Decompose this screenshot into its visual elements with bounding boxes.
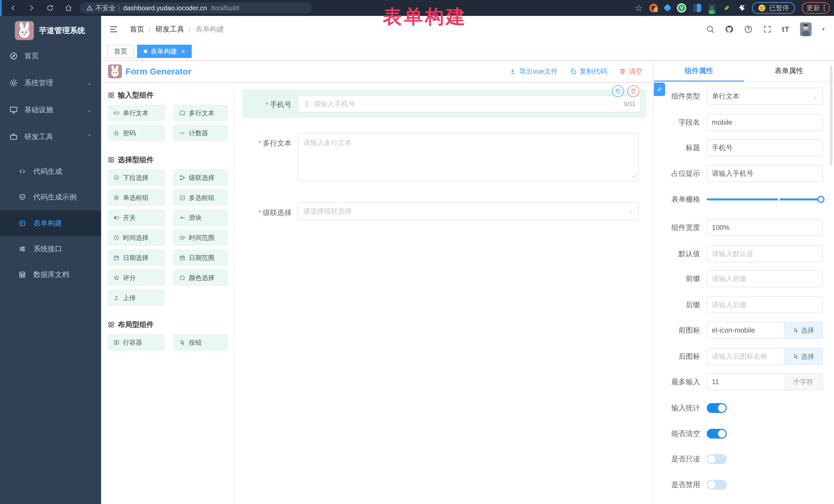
- browser-back-icon[interactable]: [9, 4, 18, 12]
- component-chip-select[interactable]: 下拉选择: [108, 169, 165, 186]
- component-chip-date-range[interactable]: 日期范围: [174, 249, 228, 266]
- tab-form-props[interactable]: 表单属性: [744, 61, 834, 81]
- browser-home-icon[interactable]: [64, 4, 73, 12]
- component-chip-button[interactable]: 按钮: [174, 334, 228, 351]
- form-grid-slider[interactable]: [707, 198, 823, 200]
- profile-paused-chip[interactable]: 已暂停: [752, 2, 795, 14]
- browser-update-button[interactable]: 更新: [802, 2, 830, 14]
- sidebar-subitem-form-builder[interactable]: 表单构建: [0, 211, 101, 236]
- max-length-unit: 个字符: [784, 373, 823, 390]
- canvas-field-mobile[interactable]: *手机号 请输入手机号 0/11: [242, 89, 646, 118]
- component-chip-switch[interactable]: 开关: [108, 210, 165, 226]
- suffix-icon-input[interactable]: 请输入后图标名称: [707, 348, 784, 365]
- width-input[interactable]: 100%: [707, 219, 823, 236]
- clear-button[interactable]: 清空: [619, 67, 642, 76]
- component-chip-password[interactable]: 密码: [108, 125, 165, 141]
- sidebar-item-system[interactable]: 系统管理 ⌄: [0, 70, 101, 96]
- component-chip-date-picker[interactable]: 日期选择: [108, 249, 165, 266]
- extension-v-icon[interactable]: V: [677, 3, 686, 13]
- tab-component-props[interactable]: 组件属性: [654, 61, 744, 81]
- toggle-word-limit[interactable]: [707, 403, 727, 413]
- fullscreen-icon[interactable]: [763, 25, 772, 34]
- extension-split-icon[interactable]: [693, 4, 701, 12]
- sidebar-item-devtools[interactable]: 研发工具 ⌃: [0, 124, 101, 150]
- avatar-caret-icon[interactable]: ▾: [822, 26, 825, 32]
- component-chip-cascader[interactable]: 级联选择: [174, 169, 228, 186]
- component-chip-upload[interactable]: 上传: [108, 289, 165, 306]
- security-chip[interactable]: 不安全: [86, 4, 115, 13]
- component-chip-textarea[interactable]: 多行文本: [174, 105, 228, 121]
- sidebar-subitem-system-api[interactable]: 系统接口: [0, 236, 101, 262]
- component-chip-row-container[interactable]: 行容器: [108, 334, 165, 351]
- prop-row-component-type: 组件类型 单行文本⌄: [654, 88, 823, 105]
- copy-code-button[interactable]: 复制代码: [570, 67, 607, 76]
- browser-menu-icon[interactable]: [824, 5, 825, 11]
- component-chip-color-picker[interactable]: 颜色选择: [174, 269, 228, 286]
- browser-reload-icon[interactable]: [46, 4, 54, 12]
- link-handle[interactable]: [654, 83, 665, 96]
- form-canvas[interactable]: *手机号 请输入手机号 0/11 *多行文本 请输入多行文本 *级联选择 请选择…: [234, 83, 653, 504]
- component-type-select[interactable]: 单行文本⌄: [707, 88, 823, 105]
- suffix-icon-select-button[interactable]: 选择: [784, 348, 823, 365]
- prefix-input[interactable]: 请输入前缀: [707, 270, 823, 287]
- textarea-field[interactable]: 请输入多行文本: [298, 133, 639, 181]
- tab-home[interactable]: 首页: [107, 45, 134, 58]
- cascader-field[interactable]: 请选择级联选择 ⌄: [298, 202, 639, 220]
- component-chip-slider[interactable]: 滑块: [174, 210, 228, 226]
- resize-handle-icon[interactable]: [632, 174, 636, 178]
- security-label: 不安全: [95, 4, 115, 13]
- component-chip-radio-group[interactable]: 单选框组: [108, 190, 165, 206]
- sidebar-item-infra[interactable]: 基础设施 ⌄: [0, 97, 101, 123]
- close-tab-icon[interactable]: ×: [181, 47, 185, 56]
- component-chip-single-text[interactable]: 单行文本: [108, 105, 165, 121]
- toggle-disabled[interactable]: [707, 480, 727, 490]
- placeholder-input[interactable]: 请输入手机号: [707, 165, 823, 182]
- toggle-clearable[interactable]: [707, 429, 727, 439]
- font-size-icon[interactable]: tT: [782, 25, 790, 34]
- component-chip-time-picker[interactable]: 时间选择: [108, 229, 165, 246]
- prefix-icon-select-button[interactable]: 选择: [784, 322, 823, 339]
- generator-logo[interactable]: [108, 64, 122, 78]
- suffix-input[interactable]: 请输入后缀: [707, 297, 823, 313]
- mobile-input[interactable]: 请输入手机号 0/11: [298, 95, 641, 112]
- address-bar[interactable]: 不安全 dashboard.yudao.iocoder.cn/tool/buil…: [80, 2, 312, 14]
- collapse-menu-icon[interactable]: [109, 25, 118, 34]
- slider-handle[interactable]: [817, 196, 825, 203]
- extensions-puzzle-icon[interactable]: [738, 4, 745, 12]
- field-name-input[interactable]: mobile: [707, 114, 823, 131]
- help-icon[interactable]: [744, 25, 753, 34]
- breadcrumb-devtools[interactable]: 研发工具: [155, 24, 184, 34]
- breadcrumb-home[interactable]: 首页: [130, 24, 144, 34]
- export-vue-button[interactable]: 导出vue文件: [509, 67, 558, 76]
- component-chip-rate[interactable]: 评分: [108, 269, 165, 286]
- search-icon[interactable]: [706, 25, 715, 34]
- sidebar-subitem-db-doc[interactable]: 数据库文档: [0, 262, 101, 287]
- component-chip-time-range[interactable]: 时间范围: [174, 229, 228, 246]
- component-chip-checkbox-group[interactable]: 多选框组: [174, 190, 228, 206]
- generator-title[interactable]: Form Generator: [126, 66, 192, 76]
- browser-forward-icon[interactable]: [27, 4, 36, 12]
- delete-field-button[interactable]: [628, 85, 639, 97]
- github-icon[interactable]: [725, 25, 734, 34]
- extension-leaf-icon[interactable]: [723, 4, 731, 12]
- default-input[interactable]: 请输入默认值: [707, 245, 823, 262]
- duplicate-field-button[interactable]: [612, 85, 624, 97]
- extension-gem-icon[interactable]: [663, 4, 671, 12]
- title-input[interactable]: 手机号: [707, 139, 823, 156]
- chevron-down-icon: ⌄: [87, 106, 92, 113]
- tab-form-builder[interactable]: 表单构建 ×: [137, 45, 192, 58]
- extension-orange-icon[interactable]: [649, 4, 658, 12]
- toggle-readonly[interactable]: [707, 454, 727, 464]
- extension-on-icon[interactable]: on: [708, 4, 716, 12]
- max-length-input[interactable]: 11: [707, 373, 784, 390]
- sidebar-subitem-codegen[interactable]: 代码生成: [0, 159, 101, 184]
- sidebar-item-home[interactable]: 首页: [0, 43, 101, 69]
- clock-icon: [113, 235, 119, 241]
- component-chip-counter[interactable]: 123计数器: [174, 125, 228, 141]
- sidebar-subitem-codegen-demo[interactable]: 代码生成示例: [0, 184, 101, 210]
- user-avatar[interactable]: [800, 22, 812, 36]
- prefix-icon-input[interactable]: el-icon-mobile: [707, 322, 784, 339]
- bookmark-star-icon[interactable]: ☆: [635, 3, 642, 13]
- panel-scrollbar[interactable]: [830, 66, 832, 166]
- sidebar-item-label: 研发工具: [24, 132, 53, 141]
